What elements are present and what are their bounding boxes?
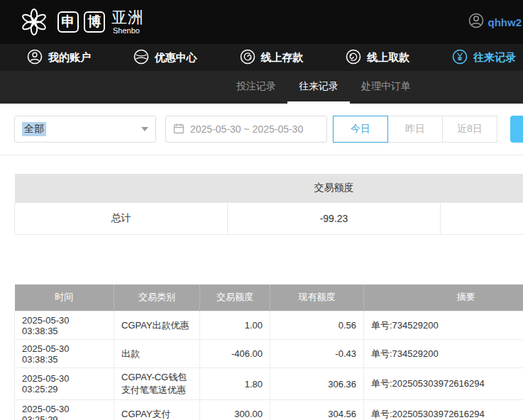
calendar-icon: [173, 123, 185, 136]
cell-type: CGPAY-CG钱包支付笔笔送优惠: [114, 368, 200, 400]
col-header-summary: 摘要: [364, 284, 523, 311]
cell-amount: 1.00: [200, 311, 270, 340]
summary-total-empty: [441, 202, 523, 234]
filter-row: 全部 2025-05-30 ~ 2025-05-30 今日 昨日 近8日: [14, 115, 509, 143]
summary-total-row: 总计 -99.23: [15, 202, 523, 234]
cell-type: CGPAY支付: [114, 400, 200, 420]
tab-transaction-records[interactable]: 往来记录: [287, 71, 350, 104]
cell-amount: 300.00: [200, 400, 270, 420]
brand-name-cn: 亚洲: [111, 9, 144, 26]
logo-char-shen: 申: [57, 11, 79, 33]
query-button-partial[interactable]: [510, 116, 523, 143]
last-8-days-button[interactable]: 近8日: [442, 116, 497, 143]
summary-header-amount: 交易额度: [228, 174, 441, 202]
main-navigation: 我的账户 优惠中心 线上存款 线上取款: [0, 44, 523, 71]
section-divider: [0, 155, 523, 155]
content-area: 全部 2025-05-30 ~ 2025-05-30 今日 昨日 近8日: [0, 104, 523, 420]
nav-item-my-account[interactable]: 我的账户: [27, 49, 91, 67]
today-button[interactable]: 今日: [333, 116, 388, 143]
records-tab-bar: 投注记录 往来记录 处理中订单: [0, 71, 523, 104]
summary-table: 交易额度 总计 -99.23: [14, 174, 523, 235]
yesterday-button[interactable]: 昨日: [387, 116, 443, 143]
cell-summary: 单号:202505303972616294: [364, 368, 523, 400]
col-header-time: 时间: [15, 284, 114, 311]
col-header-type: 交易类别: [114, 284, 200, 311]
cell-balance: -0.43: [270, 340, 364, 368]
cell-type: CGPAY出款优惠: [114, 311, 200, 340]
cell-time: 2025-05-30 03:25:29: [15, 400, 114, 420]
nav-item-promotions[interactable]: 优惠中心: [133, 49, 197, 67]
cell-balance: 0.56: [270, 311, 364, 340]
account-person-icon: [27, 49, 43, 67]
brand-logo: 申 博 亚洲 Shenbo: [18, 6, 144, 38]
table-row: 2025-05-30 03:38:35 出款 -406.00 -0.43 单号:…: [15, 340, 523, 368]
table-row: 2025-05-30 03:38:35 CGPAY出款优惠 1.00 0.56 …: [15, 311, 523, 340]
cell-time: 2025-05-30 03:25:29: [15, 368, 114, 400]
chevron-down-icon: [141, 127, 148, 131]
withdraw-coin-icon: [346, 49, 361, 67]
user-avatar-icon: [468, 13, 484, 31]
nav-item-records[interactable]: 往来记录: [452, 49, 516, 67]
records-yen-icon: [452, 49, 468, 67]
table-row: 2025-05-30 03:25:29 CGPAY支付 300.00 304.5…: [15, 400, 523, 420]
category-selected-value: 全部: [22, 122, 46, 136]
cell-amount: -406.00: [200, 340, 270, 368]
cell-time: 2025-05-30 03:38:35: [15, 311, 114, 340]
summary-header-empty: [15, 174, 228, 202]
logo-char-bo: 博: [84, 11, 105, 33]
transactions-table: 时间 交易类别 交易额度 现有额度 摘要 2025-05-30 03:38:35…: [14, 284, 523, 420]
tab-betting-records[interactable]: 投注记录: [225, 71, 287, 104]
tab-processing-orders[interactable]: 处理中订单: [350, 71, 422, 104]
username-text: qhhw2: [488, 16, 522, 28]
cell-summary: 单号:734529200: [364, 340, 523, 368]
summary-total-value: -99.23: [228, 202, 441, 234]
date-range-picker[interactable]: 2025-05-30 ~ 2025-05-30: [165, 116, 327, 143]
cell-summary: 单号:202505303972616294: [364, 400, 523, 420]
cell-type: 出款: [114, 340, 200, 368]
table-row: 2025-05-30 03:25:29 CGPAY-CG钱包支付笔笔送优惠 1.…: [15, 368, 523, 400]
quick-date-buttons: 今日 昨日 近8日: [334, 116, 497, 143]
nav-item-withdraw[interactable]: 线上取款: [346, 49, 409, 67]
col-header-amount: 交易额度: [200, 284, 270, 311]
brand-name-en: Shenbo: [113, 26, 144, 35]
cell-balance: 304.56: [270, 400, 364, 420]
nav-item-deposit[interactable]: 线上存款: [240, 49, 304, 67]
cell-summary: 单号:734529200: [364, 311, 523, 340]
transactions-header-row: 时间 交易类别 交易额度 现有额度 摘要: [15, 284, 523, 311]
cell-time: 2025-05-30 03:38:35: [15, 340, 114, 368]
summary-header-row: 交易额度: [15, 174, 523, 202]
category-select[interactable]: 全部: [14, 116, 156, 143]
summary-header-empty-2: [441, 174, 523, 202]
deposit-coin-icon: [240, 49, 255, 67]
promo-globe-icon: [133, 49, 149, 67]
date-range-value: 2025-05-30 ~ 2025-05-30: [190, 123, 303, 135]
top-header: 申 博 亚洲 Shenbo qhhw2: [0, 0, 523, 44]
cell-amount: 1.80: [200, 368, 270, 400]
col-header-balance: 现有额度: [270, 284, 364, 311]
account-menu[interactable]: qhhw2: [468, 13, 522, 31]
flower-logo-icon: [18, 6, 50, 38]
cell-balance: 306.36: [270, 368, 364, 400]
summary-total-label: 总计: [15, 202, 228, 234]
